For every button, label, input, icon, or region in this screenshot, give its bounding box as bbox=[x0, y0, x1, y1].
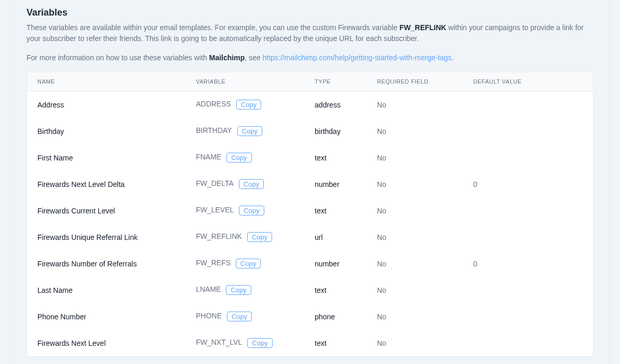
cell-required: No bbox=[367, 197, 463, 224]
cell-name: Phone Number bbox=[27, 303, 185, 330]
variable-code: ADDRESS bbox=[196, 100, 231, 108]
cell-required: No bbox=[367, 303, 463, 330]
variable-code: FNAME bbox=[196, 153, 221, 161]
variable-code: FW_REFLINK bbox=[196, 232, 242, 240]
cell-type: birthday bbox=[304, 118, 367, 144]
cell-name: Last Name bbox=[27, 277, 185, 303]
cell-default bbox=[463, 330, 593, 356]
cell-required: No bbox=[367, 91, 463, 118]
cell-variable: FW_LEVELCopy bbox=[185, 197, 304, 224]
cell-name: Firewards Current Level bbox=[27, 197, 185, 224]
table-row: Last NameLNAMECopytextNo bbox=[27, 277, 593, 303]
cell-required: No bbox=[367, 171, 463, 197]
cell-default bbox=[463, 118, 593, 144]
table-row: BirthdayBIRTHDAYCopybirthdayNo bbox=[27, 118, 593, 144]
header-name: NAME bbox=[27, 72, 185, 91]
table-row: Phone NumberPHONECopyphoneNo bbox=[27, 303, 593, 330]
section-title: Variables bbox=[26, 7, 594, 18]
cell-default bbox=[463, 197, 593, 224]
cell-name: Birthday bbox=[27, 118, 185, 144]
cell-required: No bbox=[367, 224, 463, 250]
section-description-2: For more information on how to use these… bbox=[26, 52, 594, 63]
cell-variable: FW_REFLINKCopy bbox=[185, 224, 304, 250]
copy-button[interactable]: Copy bbox=[226, 285, 251, 295]
cell-name: Firewards Number of Referrals bbox=[27, 250, 185, 277]
cell-variable: FW_NXT_LVLCopy bbox=[185, 330, 304, 356]
desc-bold-variable: FW_REFLINK bbox=[399, 23, 446, 32]
table-row: Firewards Current LevelFW_LEVELCopytextN… bbox=[27, 197, 593, 224]
table-row: AddressADDRESSCopyaddressNo bbox=[27, 91, 593, 118]
header-required: REQUIRED FIELD bbox=[367, 72, 463, 91]
cell-default bbox=[463, 91, 593, 118]
copy-button[interactable]: Copy bbox=[236, 100, 261, 110]
variable-code: LNAME bbox=[196, 285, 221, 293]
cell-required: No bbox=[367, 277, 463, 303]
copy-button[interactable]: Copy bbox=[247, 338, 272, 348]
variables-table-wrapper: NAME VARIABLE TYPE REQUIRED FIELD DEFAUL… bbox=[26, 72, 594, 357]
cell-type: address bbox=[304, 91, 367, 118]
header-variable: VARIABLE bbox=[185, 72, 304, 91]
cell-default bbox=[463, 144, 593, 171]
cell-variable: BIRTHDAYCopy bbox=[185, 118, 304, 144]
cell-default bbox=[463, 224, 593, 250]
table-row: First NameFNAMECopytextNo bbox=[27, 144, 593, 171]
cell-variable: FW_REFSCopy bbox=[185, 250, 304, 277]
table-header-row: NAME VARIABLE TYPE REQUIRED FIELD DEFAUL… bbox=[27, 72, 593, 91]
cell-required: No bbox=[367, 144, 463, 171]
header-default: DEFAULT VALUE bbox=[463, 72, 593, 91]
variable-code: FW_REFS bbox=[196, 259, 231, 267]
copy-button[interactable]: Copy bbox=[247, 232, 272, 242]
copy-button[interactable]: Copy bbox=[227, 312, 252, 321]
cell-type: number bbox=[304, 171, 367, 197]
cell-name: Firewards Unique Referral Link bbox=[27, 224, 185, 250]
table-row: Firewards Unique Referral LinkFW_REFLINK… bbox=[27, 224, 593, 250]
cell-type: phone bbox=[304, 303, 367, 330]
cell-variable: PHONECopy bbox=[185, 303, 304, 330]
cell-required: No bbox=[367, 330, 463, 356]
cell-type: text bbox=[304, 197, 367, 224]
header-type: TYPE bbox=[304, 72, 367, 91]
cell-default: 0 bbox=[463, 171, 593, 197]
cell-name: Address bbox=[27, 91, 185, 118]
table-row: Firewards Next Level DeltaFW_DELTACopynu… bbox=[27, 171, 593, 197]
copy-button[interactable]: Copy bbox=[236, 259, 261, 268]
merge-tags-link[interactable]: https://mailchimp.com/help/getting-start… bbox=[262, 53, 451, 62]
cell-variable: FNAMECopy bbox=[185, 144, 304, 171]
cell-required: No bbox=[367, 118, 463, 144]
cell-type: text bbox=[304, 144, 367, 171]
copy-button[interactable]: Copy bbox=[239, 206, 264, 215]
cell-type: text bbox=[304, 330, 367, 356]
copy-button[interactable]: Copy bbox=[226, 153, 251, 163]
variable-code: FW_DELTA bbox=[196, 179, 234, 187]
desc-text-1: These variables are available within you… bbox=[26, 23, 399, 32]
copy-button[interactable]: Copy bbox=[237, 126, 262, 136]
variable-code: FW_NXT_LVL bbox=[196, 338, 242, 346]
section-description: These variables are available within you… bbox=[26, 22, 594, 44]
copy-button[interactable]: Copy bbox=[239, 179, 264, 189]
cell-name: Firewards Next Level Delta bbox=[27, 171, 185, 197]
cell-type: text bbox=[304, 277, 367, 303]
desc2-text-2: , see bbox=[245, 53, 262, 62]
desc2-text-3: . bbox=[452, 53, 454, 62]
desc2-text-1: For more information on how to use these… bbox=[26, 53, 209, 62]
variables-table: NAME VARIABLE TYPE REQUIRED FIELD DEFAUL… bbox=[27, 72, 593, 356]
cell-type: url bbox=[304, 224, 367, 250]
variable-code: PHONE bbox=[196, 312, 222, 320]
cell-default: 0 bbox=[463, 250, 593, 277]
cell-variable: FW_DELTACopy bbox=[185, 171, 304, 197]
variable-code: BIRTHDAY bbox=[196, 126, 232, 134]
cell-variable: ADDRESSCopy bbox=[185, 91, 304, 118]
cell-variable: LNAMECopy bbox=[185, 277, 304, 303]
cell-type: number bbox=[304, 250, 367, 277]
cell-default bbox=[463, 303, 593, 330]
cell-name: First Name bbox=[27, 144, 185, 171]
desc2-bold-mailchimp: Mailchimp bbox=[209, 53, 245, 62]
cell-default bbox=[463, 277, 593, 303]
table-row: Firewards Next LevelFW_NXT_LVLCopytextNo bbox=[27, 330, 593, 356]
table-row: Firewards Number of ReferralsFW_REFSCopy… bbox=[27, 250, 593, 277]
variable-code: FW_LEVEL bbox=[196, 206, 234, 214]
variables-section: Variables These variables are available … bbox=[10, 0, 610, 364]
cell-name: Firewards Next Level bbox=[27, 330, 185, 356]
cell-required: No bbox=[367, 250, 463, 277]
